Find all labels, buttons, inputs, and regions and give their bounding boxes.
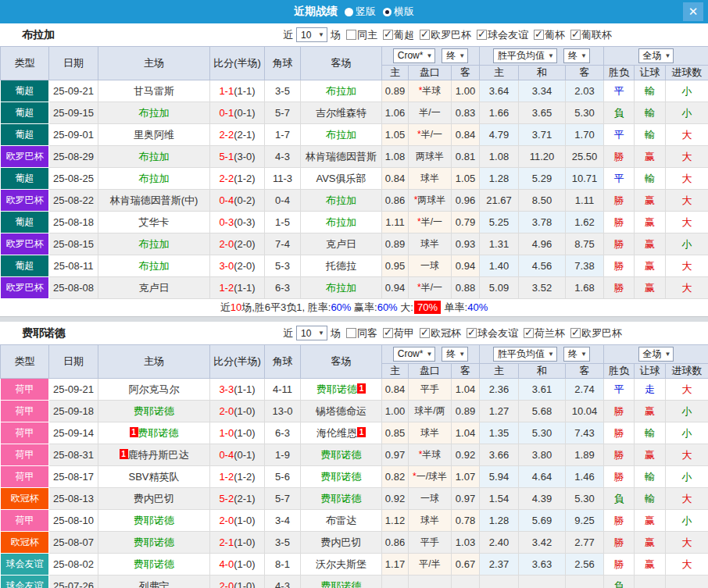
away-team-cell: 布拉加 [301, 80, 382, 102]
score-cell: 2-0(1-0) [210, 510, 265, 532]
avg-type-select[interactable]: 胜平负均值▼ [493, 48, 557, 63]
close-icon[interactable]: ✕ [683, 2, 703, 21]
team-name: 林肯瑞德因普斯(中) [110, 194, 198, 206]
result-cell: 赢 [635, 255, 666, 277]
match-count-select[interactable]: 10▼ [296, 326, 327, 340]
same-venue-checkbox[interactable] [346, 328, 356, 338]
odds-source-select[interactable]: Crow*▼ [393, 48, 436, 63]
match-row: 荷甲25-08-17SBV精英队1-2(1-2)5-6费耶诺德0.82*一/球半… [1, 466, 708, 488]
layout-radio-vertical[interactable] [345, 8, 353, 16]
same-venue-checkbox[interactable] [346, 30, 356, 40]
match-row: 荷甲25-08-10费耶诺德2-0(1-0)3-4布雷达1.12球半0.781.… [1, 510, 708, 532]
star-mark: * [417, 282, 421, 293]
scope-select[interactable]: 全场▼ [638, 347, 674, 362]
away-team-cell: 费耶诺德 [301, 444, 382, 466]
league-filter-checkbox[interactable] [467, 328, 477, 338]
odds-cell: 0.89 [382, 80, 409, 102]
odds-group-header: Crow*▼终▼ [382, 47, 480, 66]
col-away: 客场 [301, 47, 382, 80]
chevron-down-icon: ▼ [665, 52, 671, 59]
odds-source-select[interactable]: Crow*▼ [393, 347, 436, 362]
away-team-cell: 费耶诺德 [301, 576, 382, 588]
odds-cell: 1.05 [452, 168, 480, 190]
corners-cell: 5-7 [265, 488, 301, 510]
score-cell: 1-0(1-0) [210, 422, 265, 444]
league-type-badge: 欧罗巴杯 [1, 233, 49, 255]
league-filter-checkbox[interactable] [383, 30, 393, 40]
home-team-cell: 费耶诺德 [98, 532, 210, 554]
result-cell: 赢 [635, 401, 666, 422]
chevron-down-icon: ▼ [426, 52, 432, 59]
col-corners: 角球 [265, 47, 301, 80]
odds-period-select[interactable]: 终▼ [442, 48, 468, 63]
col-result: 胜负 [604, 66, 635, 80]
league-filter-checkbox[interactable] [383, 328, 393, 338]
col-odds-home: 主 [382, 66, 409, 80]
match-count-select[interactable]: 10▼ [296, 27, 327, 42]
chevron-down-icon: ▼ [548, 351, 554, 358]
corners-cell: 1-9 [265, 444, 301, 466]
match-row: 欧冠杯25-08-07费耶诺德2-1(1-0)3-5费内巴切0.86平手1.03… [1, 532, 708, 554]
halftime-score: (1-2) [234, 471, 255, 483]
match-date: 25-09-01 [49, 124, 98, 146]
fulltime-score: 2-0 [219, 515, 234, 526]
near-label: 近 [283, 326, 293, 340]
halftime-score: (1-2) [234, 173, 255, 184]
fulltime-score: 2-0 [219, 580, 234, 588]
avg-odds-cell: 5.68 [519, 401, 566, 422]
league-filter-checkbox[interactable] [534, 30, 544, 40]
halftime-score: (1-0) [234, 580, 255, 588]
league-filter-checkbox[interactable] [420, 30, 430, 40]
red-card-badge: 1 [357, 427, 366, 437]
league-filter-checkbox[interactable] [477, 30, 487, 40]
score-cell: 0-4(0-1) [210, 444, 265, 466]
result-cell: 大 [666, 124, 708, 146]
layout-radio-horizontal[interactable] [383, 8, 392, 16]
fulltime-score: 2-2 [219, 173, 234, 184]
away-team-cell: 克卢日 [301, 233, 382, 255]
odds-period-select[interactable]: 终▼ [442, 347, 468, 362]
result-cell: 輸 [635, 102, 666, 124]
avg-odds-cell: 1.40 [480, 255, 519, 277]
result-cell: 赢 [635, 233, 666, 255]
col-date: 日期 [49, 47, 98, 80]
avg-odds-cell: 1.28 [480, 510, 519, 532]
same-venue-label: 同主 [357, 28, 377, 42]
result-cell: 勝 [604, 532, 635, 554]
avg-period-select[interactable]: 终▼ [563, 347, 590, 362]
home-team-cell: 布拉加 [98, 233, 210, 255]
match-date: 25-08-29 [49, 146, 98, 168]
league-type-badge: 欧罗巴杯 [1, 190, 49, 212]
avg-type-select[interactable]: 胜平负均值▼ [493, 347, 557, 362]
odds-cell: 0.97 [452, 488, 480, 510]
away-team-cell: 布拉加 [301, 212, 382, 233]
matches-table-braga: 类型 日期 主场 比分(半场) 角球 客场 Crow*▼终▼ 胜平负均值▼终▼ … [0, 46, 708, 299]
filter-bar: 近10▼场同主葡超欧罗巴杯球会友谊葡杯葡联杯 [283, 23, 612, 46]
match-date: 25-07-26 [49, 576, 98, 588]
scope-select[interactable]: 全场▼ [638, 48, 674, 63]
league-filter-checkbox[interactable] [570, 30, 581, 40]
league-filter-checkbox[interactable] [570, 328, 581, 338]
score-cell: 1-2(1-2) [210, 466, 265, 488]
league-type-badge: 欧冠杯 [1, 532, 49, 554]
home-team-cell: 列弗宁 [98, 576, 210, 588]
corners-cell: 5-3 [265, 255, 301, 277]
star-mark: * [414, 194, 418, 205]
match-row: 荷甲25-08-311鹿特丹斯巴达0-4(0-1)1-9费耶诺德0.97*半球0… [1, 444, 708, 466]
score-cell: 0-4(0-2) [210, 190, 265, 212]
match-date: 25-08-13 [49, 488, 98, 510]
team-name: 林肯瑞德因普斯 [306, 151, 377, 162]
halftime-score: (0-2) [234, 194, 255, 206]
col-result: 胜负 [604, 364, 635, 379]
avg-period-select[interactable]: 终▼ [563, 48, 590, 63]
corners-cell: 13-0 [265, 401, 301, 422]
result-cell: 勝 [604, 190, 635, 212]
match-row: 欧罗巴杯25-08-29布拉加5-1(3-0)4-3林肯瑞德因普斯1.08两球半… [1, 146, 708, 168]
result-cell: 大 [666, 190, 708, 212]
avg-odds-cell: 10.71 [566, 168, 604, 190]
match-date: 25-09-18 [49, 401, 98, 422]
league-filter-checkbox[interactable] [420, 328, 430, 338]
league-filter-checkbox[interactable] [524, 328, 534, 338]
fulltime-score: 2-1 [219, 536, 234, 548]
handicap-cell: 一球 [409, 255, 452, 277]
